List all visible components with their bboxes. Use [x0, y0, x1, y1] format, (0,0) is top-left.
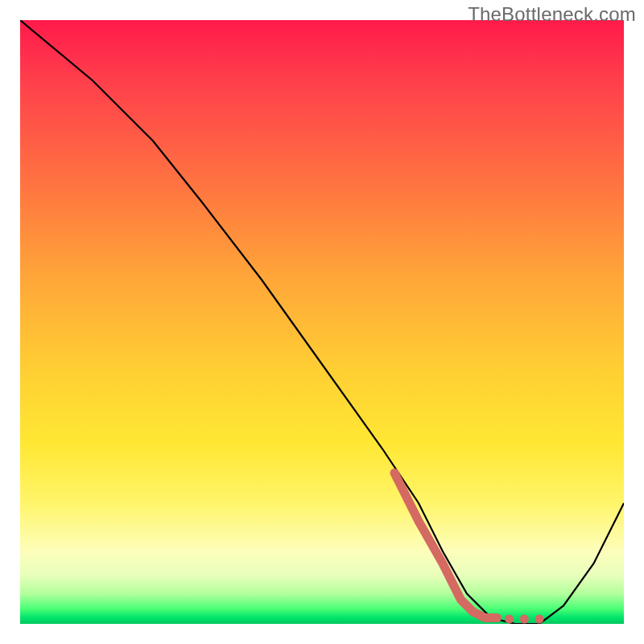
highlight-segment [394, 473, 497, 618]
highlight-dots [505, 615, 544, 624]
plot-area [20, 20, 624, 624]
watermark-text: TheBottleneck.com [468, 3, 636, 26]
highlight-dot [520, 615, 529, 624]
highlight-dot [505, 615, 514, 624]
highlight-dot [535, 615, 544, 624]
chart-svg [20, 20, 624, 624]
chart-canvas: TheBottleneck.com [0, 0, 644, 644]
main-curve [20, 20, 624, 624]
